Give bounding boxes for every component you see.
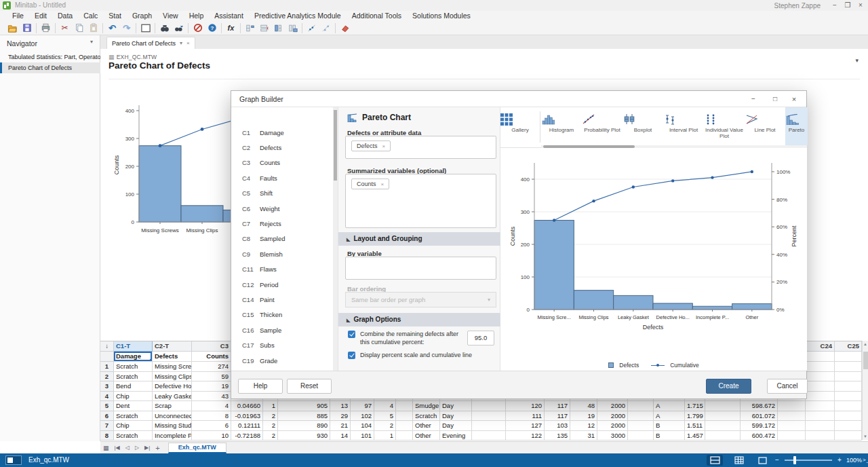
scrollbar-thumb[interactable] <box>863 352 868 369</box>
menu-file[interactable]: File <box>7 11 29 21</box>
scrollbar-thumb[interactable] <box>334 110 337 181</box>
cell[interactable]: 4 <box>192 401 231 411</box>
split-view-icon[interactable] <box>707 455 723 466</box>
column-item-c3[interactable]: C3Counts <box>231 155 333 170</box>
chip-counts[interactable]: Counts× <box>351 179 389 189</box>
navigator-item-tabulated-statistics-part-operator[interactable]: Tabulated Statistics: Part, Operator <box>0 52 100 62</box>
cell[interactable]: Evening <box>440 431 472 441</box>
column-item-c19[interactable]: C19Grade <box>231 353 333 368</box>
column-header[interactable]: C25 <box>835 341 862 352</box>
cell[interactable]: 120 <box>506 401 545 411</box>
cell[interactable]: Scrap <box>153 401 192 411</box>
cell[interactable]: Day <box>440 411 472 422</box>
cell[interactable]: A <box>654 411 685 422</box>
cell[interactable] <box>835 352 862 362</box>
cell[interactable]: Defects <box>153 352 192 362</box>
cell[interactable]: Day <box>440 421 472 431</box>
tab-close-icon[interactable]: × <box>186 40 190 46</box>
cell[interactable]: B <box>654 421 685 431</box>
cell[interactable] <box>778 401 806 411</box>
column-item-c14[interactable]: C14Paint <box>231 292 333 307</box>
cell[interactable] <box>835 421 862 431</box>
cell[interactable]: Counts <box>192 352 231 362</box>
cell[interactable] <box>806 372 835 382</box>
gallery-tab-individual-value-plot[interactable]: Individual Value Plot <box>704 107 745 145</box>
cell[interactable]: Smudge <box>413 401 440 411</box>
undo-icon[interactable]: ↶ <box>105 22 119 35</box>
combine-defects-option[interactable]: Combine the remaining defects after this… <box>348 331 460 346</box>
restore-button[interactable]: ❐ <box>842 1 854 10</box>
cell[interactable]: 5 <box>374 411 396 422</box>
cell[interactable]: A <box>654 401 685 411</box>
cell[interactable]: 598.672 <box>741 401 778 411</box>
dialog-minimize-icon[interactable]: − <box>747 94 760 105</box>
gallery-tab-pareto[interactable]: Pareto <box>785 107 808 145</box>
column-item-c17[interactable]: C17Subs <box>231 337 333 352</box>
cell[interactable]: Day <box>440 401 472 411</box>
reset-button[interactable]: Reset <box>287 379 332 394</box>
cell[interactable] <box>628 431 654 441</box>
insert-columns-icon[interactable] <box>271 22 285 35</box>
cell[interactable]: Chip <box>114 392 153 402</box>
cell[interactable] <box>835 401 862 411</box>
cell[interactable]: Unconnected Wir <box>153 411 192 422</box>
help-button[interactable]: Help <box>238 379 283 394</box>
cell[interactable]: 1 <box>263 401 278 411</box>
cell[interactable]: 1.799 <box>685 411 705 422</box>
last-worksheet-icon[interactable]: ▶| <box>144 445 150 451</box>
new-window-icon[interactable] <box>138 22 153 35</box>
section-graph-options[interactable]: ◣Graph Options <box>338 313 501 326</box>
worksheet-vertical-scrollbar[interactable]: ▲ ▼ <box>862 341 868 440</box>
cell[interactable] <box>806 401 835 411</box>
create-button[interactable]: Create <box>706 379 751 394</box>
open-icon[interactable] <box>5 22 20 35</box>
cell[interactable] <box>705 411 741 422</box>
cell[interactable]: 43 <box>192 392 231 402</box>
gallery-scrollbar[interactable] <box>541 145 807 148</box>
cell[interactable]: 274 <box>192 362 231 372</box>
cell[interactable]: 103 <box>545 421 570 431</box>
checkbox-checked-icon[interactable] <box>348 352 355 359</box>
cell[interactable]: 2 <box>263 411 278 422</box>
cell[interactable] <box>396 421 413 431</box>
scroll-up-icon[interactable]: ▲ <box>863 342 868 346</box>
cell[interactable]: 111 <box>506 411 545 422</box>
cell[interactable]: 21 <box>330 421 351 431</box>
gallery-tab-interval-plot[interactable]: Interval Plot <box>663 107 704 145</box>
cell[interactable]: 890 <box>278 421 330 431</box>
cell[interactable]: Missing Screws <box>153 362 192 372</box>
dialog-maximize-icon[interactable]: □ <box>768 94 782 105</box>
cell[interactable] <box>806 362 835 372</box>
cell[interactable] <box>778 411 806 422</box>
cell[interactable] <box>806 392 835 402</box>
cell[interactable] <box>778 431 806 441</box>
checkbox-checked-icon[interactable] <box>348 331 355 338</box>
cell[interactable] <box>628 421 654 431</box>
cell[interactable] <box>472 401 506 411</box>
cell[interactable] <box>705 421 741 431</box>
cell[interactable]: 7 <box>100 421 114 431</box>
gallery-home-tab[interactable]: Gallery <box>500 107 540 145</box>
column-item-c9[interactable]: C9Blemish <box>231 246 333 261</box>
column-item-c6[interactable]: C6Weight <box>231 201 333 216</box>
find-icon[interactable] <box>157 22 172 35</box>
cell[interactable]: 2000 <box>597 411 628 422</box>
copy-icon[interactable] <box>72 22 86 35</box>
menu-additional-tools[interactable]: Additional Tools <box>347 11 407 21</box>
menu-graph[interactable]: Graph <box>127 11 157 21</box>
single-view-icon[interactable] <box>754 455 770 466</box>
gallery-tab-histogram[interactable]: Histogram <box>541 107 582 145</box>
remove-chip-icon[interactable]: × <box>381 181 384 187</box>
cell[interactable] <box>835 431 862 441</box>
cell[interactable]: B <box>654 431 685 441</box>
cell[interactable]: 102 <box>351 411 374 422</box>
column-item-c8[interactable]: C8Sampled <box>231 231 333 246</box>
menu-data[interactable]: Data <box>52 11 78 21</box>
cell[interactable]: 31 <box>570 431 597 441</box>
cell[interactable] <box>472 431 506 441</box>
cell[interactable] <box>835 381 862 392</box>
cell[interactable]: 885 <box>278 411 330 422</box>
cell[interactable]: 29 <box>330 411 351 422</box>
cell[interactable]: 117 <box>545 401 570 411</box>
cell[interactable] <box>806 352 835 362</box>
